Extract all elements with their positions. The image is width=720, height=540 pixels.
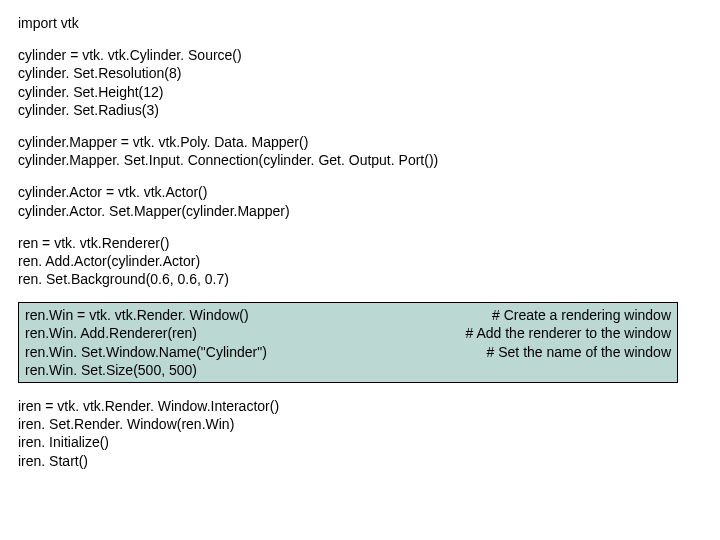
code-line: ren.Win. Set.Window.Name("Cylinder") bbox=[25, 343, 267, 361]
highlight-row: ren.Win = vtk. vtk.Render. Window() # Cr… bbox=[25, 306, 671, 324]
code-line: cylinder.Mapper = vtk. vtk.Poly. Data. M… bbox=[18, 133, 702, 151]
code-line: iren. Initialize() bbox=[18, 433, 702, 451]
code-block-renderer: ren = vtk. vtk.Renderer() ren. Add.Actor… bbox=[18, 234, 702, 289]
code-comment: # Create a rendering window bbox=[492, 306, 671, 324]
code-block-interactor: iren = vtk. vtk.Render. Window.Interacto… bbox=[18, 397, 702, 470]
code-line: ren. Add.Actor(cylinder.Actor) bbox=[18, 252, 702, 270]
code-line: cylinder. Set.Radius(3) bbox=[18, 101, 702, 119]
highlight-row: ren.Win. Set.Size(500, 500) bbox=[25, 361, 671, 379]
highlighted-code-block: ren.Win = vtk. vtk.Render. Window() # Cr… bbox=[18, 302, 678, 383]
code-line: cylinder.Mapper. Set.Input. Connection(c… bbox=[18, 151, 702, 169]
code-line: ren.Win. Set.Size(500, 500) bbox=[25, 361, 197, 379]
code-line: cylinder. Set.Resolution(8) bbox=[18, 64, 702, 82]
code-line: import vtk bbox=[18, 14, 702, 32]
code-line: iren. Start() bbox=[18, 452, 702, 470]
highlight-row: ren.Win. Set.Window.Name("Cylinder") # S… bbox=[25, 343, 671, 361]
code-block-cylinder: cylinder = vtk. vtk.Cylinder. Source() c… bbox=[18, 46, 702, 119]
code-line: iren = vtk. vtk.Render. Window.Interacto… bbox=[18, 397, 702, 415]
code-line: iren. Set.Render. Window(ren.Win) bbox=[18, 415, 702, 433]
code-block-import: import vtk bbox=[18, 14, 702, 32]
code-comment: # Set the name of the window bbox=[487, 343, 671, 361]
code-comment: # Add the renderer to the window bbox=[466, 324, 671, 342]
code-line: cylinder.Actor. Set.Mapper(cylinder.Mapp… bbox=[18, 202, 702, 220]
code-line: cylinder = vtk. vtk.Cylinder. Source() bbox=[18, 46, 702, 64]
code-line: cylinder. Set.Height(12) bbox=[18, 83, 702, 101]
highlight-row: ren.Win. Add.Renderer(ren) # Add the ren… bbox=[25, 324, 671, 342]
code-block-actor: cylinder.Actor = vtk. vtk.Actor() cylind… bbox=[18, 183, 702, 219]
code-block-mapper: cylinder.Mapper = vtk. vtk.Poly. Data. M… bbox=[18, 133, 702, 169]
code-line: ren.Win. Add.Renderer(ren) bbox=[25, 324, 197, 342]
code-line: cylinder.Actor = vtk. vtk.Actor() bbox=[18, 183, 702, 201]
code-line: ren.Win = vtk. vtk.Render. Window() bbox=[25, 306, 249, 324]
code-line: ren = vtk. vtk.Renderer() bbox=[18, 234, 702, 252]
code-line: ren. Set.Background(0.6, 0.6, 0.7) bbox=[18, 270, 702, 288]
